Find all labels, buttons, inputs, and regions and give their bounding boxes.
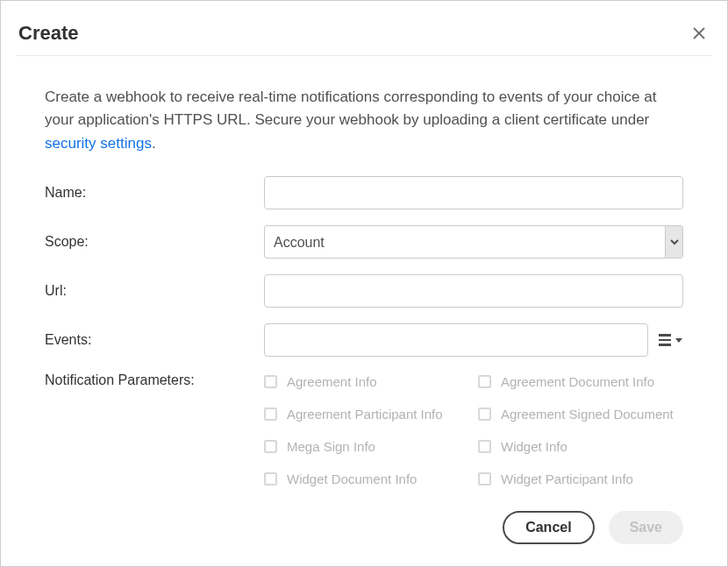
events-input[interactable] xyxy=(264,323,648,357)
label-name: Name: xyxy=(45,185,264,201)
checkbox-label: Agreement Document Info xyxy=(501,374,654,389)
url-input[interactable] xyxy=(264,274,683,308)
checkbox-label: Agreement Signed Document xyxy=(501,407,674,422)
checkbox-icon xyxy=(478,408,491,421)
row-url: Url: xyxy=(45,274,683,308)
checkbox-agreement-signed-document[interactable]: Agreement Signed Document xyxy=(478,407,683,422)
label-scope: Scope: xyxy=(45,234,264,250)
list-icon xyxy=(659,334,671,346)
cancel-button[interactable]: Cancel xyxy=(503,511,594,544)
row-events: Events: xyxy=(45,323,683,357)
description-text: Create a webhook to receive real-time no… xyxy=(45,89,656,128)
checkbox-icon xyxy=(264,375,277,388)
label-events: Events: xyxy=(45,332,264,348)
checkbox-label: Widget Document Info xyxy=(287,471,417,486)
checkbox-icon xyxy=(264,472,277,485)
label-url: Url: xyxy=(45,283,264,299)
close-icon[interactable] xyxy=(689,23,710,44)
notification-params-grid: Agreement Info Agreement Document Info A… xyxy=(264,372,683,486)
checkbox-icon xyxy=(478,472,491,485)
checkbox-icon xyxy=(264,440,277,453)
row-notification-params: Notification Parameters: Agreement Info … xyxy=(45,372,683,486)
save-button[interactable]: Save xyxy=(609,511,683,544)
checkbox-icon xyxy=(478,440,491,453)
checkbox-mega-sign-info[interactable]: Mega Sign Info xyxy=(264,439,469,454)
checkbox-icon xyxy=(264,408,277,421)
description-text-after: . xyxy=(152,135,156,152)
checkbox-icon xyxy=(478,375,491,388)
row-scope: Scope: Account xyxy=(45,225,683,259)
caret-down-icon xyxy=(675,338,682,343)
label-notification-params: Notification Parameters: xyxy=(45,372,264,388)
events-menu-button[interactable] xyxy=(657,327,683,353)
dialog-footer: Cancel Save xyxy=(45,511,683,544)
dialog-description: Create a webhook to receive real-time no… xyxy=(45,86,683,155)
checkbox-widget-info[interactable]: Widget Info xyxy=(478,439,683,454)
checkbox-label: Widget Participant Info xyxy=(501,471,633,486)
checkbox-label: Widget Info xyxy=(501,439,567,454)
checkbox-widget-document-info[interactable]: Widget Document Info xyxy=(264,471,469,486)
checkbox-label: Mega Sign Info xyxy=(287,439,375,454)
checkbox-widget-participant-info[interactable]: Widget Participant Info xyxy=(478,471,683,486)
dialog-header: Create xyxy=(17,11,711,56)
dialog-body: Create a webhook to receive real-time no… xyxy=(17,56,711,544)
checkbox-agreement-participant-info[interactable]: Agreement Participant Info xyxy=(264,407,469,422)
security-settings-link[interactable]: security settings xyxy=(45,135,152,152)
dialog-title: Create xyxy=(18,22,78,45)
create-webhook-dialog: Create Create a webhook to receive real-… xyxy=(0,0,728,567)
checkbox-agreement-document-info[interactable]: Agreement Document Info xyxy=(478,374,683,389)
row-name: Name: xyxy=(45,176,683,209)
scope-select[interactable]: Account xyxy=(264,225,683,259)
checkbox-label: Agreement Participant Info xyxy=(287,407,443,422)
checkbox-label: Agreement Info xyxy=(287,374,377,389)
checkbox-agreement-info[interactable]: Agreement Info xyxy=(264,374,469,389)
name-input[interactable] xyxy=(264,176,683,209)
